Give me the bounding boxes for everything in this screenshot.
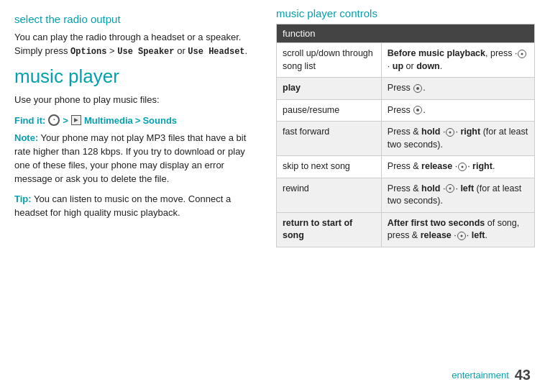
table-cell-action: Press . — [381, 78, 534, 100]
find-it-label: Find it: — [14, 115, 45, 126]
radio-section: select the radio output You can play the… — [14, 13, 252, 58]
right-column: music player controls function scroll up… — [266, 0, 545, 392]
multimedia-icon — [71, 115, 81, 125]
radio-heading: select the radio output — [14, 13, 252, 25]
find-it-arrow1: > — [63, 115, 68, 126]
left-column: select the radio output You can play the… — [0, 0, 266, 392]
table-cell-action: After first two seconds of song, press &… — [381, 212, 534, 247]
music-player-heading: music player — [14, 65, 252, 88]
tip-body: You can listen to music on the move. Con… — [14, 193, 231, 218]
table-cell-function: fast forward — [277, 122, 382, 156]
note-para: Note: Your phone may not play MP3 files … — [14, 132, 252, 186]
tip-para: Tip: You can listen to music on the move… — [14, 193, 252, 220]
footer-page: 43 — [515, 367, 531, 383]
controls-table: function scroll up/down through song lis… — [276, 24, 535, 247]
use-headset-mono: Use Headset — [188, 47, 244, 57]
find-it-multimedia: Multimedia — [84, 115, 133, 126]
note-body: Your phone may not play MP3 files that h… — [14, 132, 246, 184]
table-header: function — [277, 24, 535, 43]
find-it-sounds: Sounds — [142, 115, 177, 126]
tip-label: Tip: — [14, 193, 32, 204]
table-cell-function: return to start of song — [277, 212, 382, 247]
table-cell-action: Press & release ·· right. — [381, 156, 534, 178]
table-cell-function: skip to next song — [277, 156, 382, 178]
table-row: rewind Press & hold ·· left (for at leas… — [277, 178, 535, 212]
table-row: pause/resume Press . — [277, 99, 535, 122]
table-cell-function: play — [277, 78, 382, 100]
table-row: return to start of song After first two … — [277, 212, 535, 247]
radio-body: You can play the radio through a headset… — [14, 31, 252, 58]
nav-icon — [48, 114, 60, 126]
page-footer: entertainment 43 — [452, 367, 531, 383]
footer-label: entertainment — [452, 370, 509, 380]
table-row: fast forward Press & hold ·· right (for … — [277, 122, 535, 156]
table-cell-function: rewind — [277, 178, 382, 212]
table-row: scroll up/down through song list Before … — [277, 43, 535, 78]
table-cell-function: scroll up/down through song list — [277, 43, 382, 78]
table-cell-action: Press & hold ·· left (for at least two s… — [381, 178, 534, 212]
note-label: Note: — [14, 132, 38, 143]
table-cell-action: Press & hold ·· right (for at least two … — [381, 122, 534, 156]
table-cell-action: Before music playback, press ·· up or do… — [381, 43, 534, 78]
table-cell-action: Press . — [381, 99, 534, 122]
table-cell-function: pause/resume — [277, 99, 382, 122]
table-row: play Press . — [277, 78, 535, 100]
controls-heading: music player controls — [276, 7, 535, 19]
table-row: skip to next song Press & release ·· rig… — [277, 156, 535, 178]
music-body: Use your phone to play music files: — [14, 94, 252, 107]
music-section: music player Use your phone to play musi… — [14, 65, 252, 220]
find-it-line: Find it: > Multimedia > Sounds — [14, 114, 252, 126]
find-it-arrow2: > — [135, 115, 141, 126]
use-speaker-mono: Use Speaker — [117, 47, 174, 57]
options-mono: Options — [70, 47, 106, 57]
